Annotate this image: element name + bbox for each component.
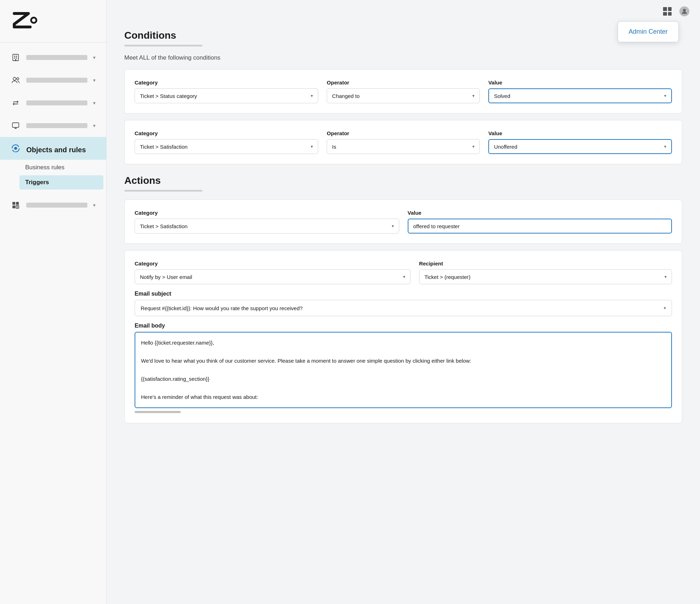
actions-divider [124, 190, 202, 192]
buildings-icon [11, 53, 21, 62]
arrows-icon [11, 98, 21, 108]
action-2-category-label: Category [135, 260, 411, 267]
sidebar-item-apps[interactable]: ▾ [0, 194, 106, 216]
chevron-down-icon-a2cat: ▾ [403, 274, 405, 279]
email-subject-value: Request #{{ticket.id}}: How would you ra… [141, 305, 303, 311]
condition-2-value-value: Unoffered [494, 144, 517, 150]
svg-rect-13 [16, 202, 19, 205]
email-subject-field[interactable]: Request #{{ticket.id}}: How would you ra… [135, 300, 672, 316]
action-1-value-label: Value [408, 210, 672, 216]
action-2-category-select[interactable]: Notify by > User email ▾ [135, 269, 411, 284]
chevron-down-icon-a1cat: ▾ [392, 224, 394, 229]
sidebar-item-buildings-label [26, 55, 87, 60]
svg-rect-14 [12, 205, 15, 208]
condition-2-category-select[interactable]: Ticket > Satisfaction ▾ [135, 139, 318, 154]
action-1-category-field: Category Ticket > Satisfaction ▾ [135, 210, 399, 234]
user-avatar-icon[interactable] [679, 6, 689, 16]
svg-rect-12 [12, 202, 15, 205]
sidebar-item-apps-label [26, 203, 87, 208]
chevron-down-icon-c1op: ▾ [472, 93, 474, 98]
sidebar-item-people[interactable]: ▾ [0, 69, 106, 92]
sidebar-sub-item-business-rules[interactable]: Business rules [20, 160, 103, 175]
zendesk-logo-icon [11, 11, 39, 30]
action-1-row: Category Ticket > Satisfaction ▾ Value o… [135, 210, 672, 234]
sidebar-item-objects[interactable]: Objects and rules [0, 137, 106, 160]
email-body-field[interactable]: Hello {{ticket.requester.name}}, We'd lo… [135, 332, 672, 408]
actions-section: Actions Category Ticket > Satisfaction ▾… [124, 175, 682, 423]
email-body-line-2: We'd love to hear what you think of our … [141, 356, 666, 366]
condition-1-value-select[interactable]: Solved ▾ [488, 88, 672, 103]
condition-2-value-field: Value Unoffered ▾ [488, 130, 672, 154]
sidebar-item-monitor-label [26, 123, 87, 128]
condition-2-category-label: Category [135, 130, 318, 136]
action-2-recipient-select[interactable]: Ticket > (requester) ▾ [419, 269, 672, 284]
condition-2-row: Category Ticket > Satisfaction ▾ Operato… [135, 130, 672, 154]
svg-rect-3 [14, 56, 15, 57]
admin-center-link[interactable]: Admin Center [629, 28, 668, 35]
sidebar-sub-item-triggers[interactable]: Triggers [20, 175, 103, 190]
condition-2-card: Category Ticket > Satisfaction ▾ Operato… [124, 120, 682, 164]
condition-2-value-select[interactable]: Unoffered ▾ [488, 139, 672, 154]
chevron-down-icon-2: ▾ [93, 77, 96, 83]
condition-1-operator-select[interactable]: Changed to ▾ [327, 88, 480, 103]
condition-1-category-label: Category [135, 79, 318, 86]
objects-icon [11, 143, 21, 153]
chevron-down-icon-3: ▾ [93, 100, 96, 106]
grid-icon[interactable] [661, 5, 674, 18]
chevron-down-icon-5: ▾ [93, 202, 96, 208]
chevron-down-icon-c2op: ▾ [472, 144, 474, 149]
condition-2-operator-field: Operator Is ▾ [327, 130, 480, 154]
action-2-row: Category Notify by > User email ▾ Recipi… [135, 260, 672, 284]
condition-2-operator-value: Is [332, 144, 336, 150]
condition-1-category-value: Ticket > Status category [140, 93, 197, 99]
admin-center-popup: Admin Center [618, 21, 679, 42]
sidebar-item-monitor[interactable]: ▾ [0, 114, 106, 137]
email-body-scrollbar[interactable] [135, 411, 181, 413]
sidebar-item-buildings[interactable]: ▾ [0, 46, 106, 69]
condition-1-category-field: Category Ticket > Status category ▾ [135, 79, 318, 103]
action-1-category-value: Ticket > Satisfaction [140, 223, 188, 229]
chevron-down-icon-a2rec: ▾ [664, 274, 667, 279]
email-subject-label: Email subject [135, 291, 672, 297]
main-content: Admin Center Conditions Meet ALL of the … [107, 0, 700, 604]
action-2-category-value: Notify by > User email [140, 274, 192, 280]
apps-icon [11, 200, 21, 210]
chevron-down-icon-c2cat: ▾ [311, 144, 313, 149]
sidebar-sub-items: Business rules Triggers [0, 160, 106, 190]
sidebar: ▾ ▾ ▾ [0, 0, 107, 604]
sidebar-item-people-label [26, 78, 87, 83]
chevron-down-icon-email-subj: ▾ [664, 306, 666, 311]
conditions-divider [124, 45, 202, 46]
action-2-recipient-value: Ticket > (requester) [424, 274, 471, 280]
actions-title: Actions [124, 175, 682, 186]
condition-1-operator-value: Changed to [332, 93, 360, 99]
action-1-value-input[interactable]: offered to requester [408, 219, 672, 234]
sidebar-item-arrows[interactable]: ▾ [0, 92, 106, 114]
email-body-line-1: Hello {{ticket.requester.name}}, [141, 338, 666, 347]
sidebar-item-objects-label: Objects and rules [26, 146, 96, 151]
action-2-category-field: Category Notify by > User email ▾ [135, 260, 411, 284]
monitor-icon [11, 121, 21, 131]
condition-1-category-select[interactable]: Ticket > Status category ▾ [135, 88, 318, 103]
action-1-category-select[interactable]: Ticket > Satisfaction ▾ [135, 219, 399, 234]
condition-1-value-field: Value Solved ▾ [488, 79, 672, 103]
chevron-down-icon-c1val: ▾ [664, 93, 666, 98]
svg-point-1 [32, 18, 36, 22]
condition-2-operator-select[interactable]: Is ▾ [327, 139, 480, 154]
email-body-label: Email body [135, 323, 672, 329]
condition-2-operator-label: Operator [327, 130, 480, 136]
condition-2-value-label: Value [488, 130, 672, 136]
condition-2-category-value: Ticket > Satisfaction [140, 144, 188, 150]
action-1-card: Category Ticket > Satisfaction ▾ Value o… [124, 199, 682, 244]
email-section: Email subject Request #{{ticket.id}}: Ho… [135, 291, 672, 413]
condition-1-card: Category Ticket > Status category ▾ Oper… [124, 69, 682, 114]
email-body-line-4: Here's a reminder of what this request w… [141, 392, 666, 402]
svg-point-9 [17, 78, 19, 80]
action-1-category-label: Category [135, 210, 399, 216]
page-content: Conditions Meet ALL of the following con… [107, 23, 700, 444]
condition-1-value-label: Value [488, 79, 672, 86]
chevron-down-icon: ▾ [93, 55, 96, 60]
condition-1-operator-label: Operator [327, 79, 480, 86]
svg-rect-5 [14, 57, 15, 59]
chevron-down-icon-4: ▾ [93, 123, 96, 128]
